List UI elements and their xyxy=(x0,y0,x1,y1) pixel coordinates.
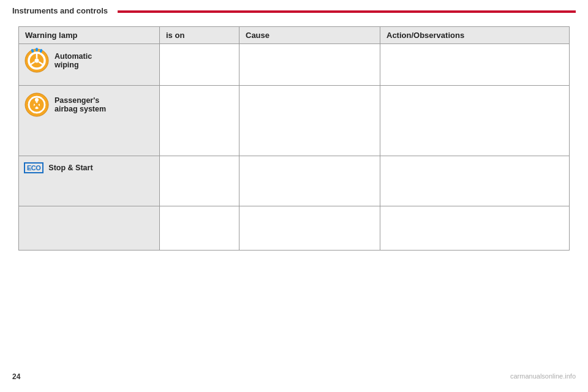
page-number: 24 xyxy=(12,372,20,381)
content-area: Warning lamp is on Cause Action/Observat… xyxy=(0,17,588,257)
table-row xyxy=(19,206,570,251)
cause-cell-continuation xyxy=(239,206,380,251)
is-on-cell-stop-start xyxy=(160,156,239,206)
warning-lamp-cell-continuation xyxy=(19,206,160,251)
col-cause: Cause xyxy=(239,27,380,44)
cause-cell-airbag xyxy=(239,86,380,156)
header-accent-bar xyxy=(118,10,576,13)
warning-lamp-cell-auto-wipe: Automaticwiping xyxy=(19,44,160,86)
auto-wipe-icon xyxy=(24,48,50,74)
stop-start-label: Stop & Start xyxy=(48,164,92,172)
auto-wipe-label: Automaticwiping xyxy=(55,52,92,69)
table-row: Passenger'sairbag system xyxy=(19,86,570,156)
is-on-cell-continuation xyxy=(160,206,239,251)
table-header-row: Warning lamp is on Cause Action/Observat… xyxy=(19,27,570,44)
warning-lamp-cell-stop-start: ECO Stop & Start xyxy=(19,156,160,206)
is-on-cell-airbag xyxy=(160,86,239,156)
svg-point-7 xyxy=(36,48,38,51)
action-cell-continuation xyxy=(380,206,570,251)
cause-cell-auto-wipe xyxy=(239,44,380,86)
page-header-title: Instruments and controls xyxy=(12,6,108,15)
is-on-cell-auto-wipe xyxy=(160,44,239,86)
page-header: Instruments and controls xyxy=(0,0,588,17)
col-action: Action/Observations xyxy=(380,27,570,44)
svg-point-2 xyxy=(35,59,39,63)
table-row: ECO Stop & Start xyxy=(19,156,570,206)
watermark: carmanualsonline.info xyxy=(510,372,576,381)
page-footer: 24 carmanualsonline.info xyxy=(0,372,588,381)
warning-lamp-table: Warning lamp is on Cause Action/Observat… xyxy=(18,26,570,251)
airbag-label: Passenger'sairbag system xyxy=(55,96,106,113)
airbag-icon xyxy=(24,92,50,118)
action-cell-auto-wipe xyxy=(380,44,570,86)
svg-point-11 xyxy=(35,98,39,102)
warning-lamp-cell-airbag: Passenger'sairbag system xyxy=(19,86,160,156)
eco-icon: ECO xyxy=(24,162,43,173)
action-cell-airbag xyxy=(380,86,570,156)
col-warning-lamp: Warning lamp xyxy=(19,27,160,44)
col-is-on: is on xyxy=(160,27,239,44)
cause-cell-stop-start xyxy=(239,156,380,206)
table-row: Automaticwiping xyxy=(19,44,570,86)
action-cell-stop-start xyxy=(380,156,570,206)
